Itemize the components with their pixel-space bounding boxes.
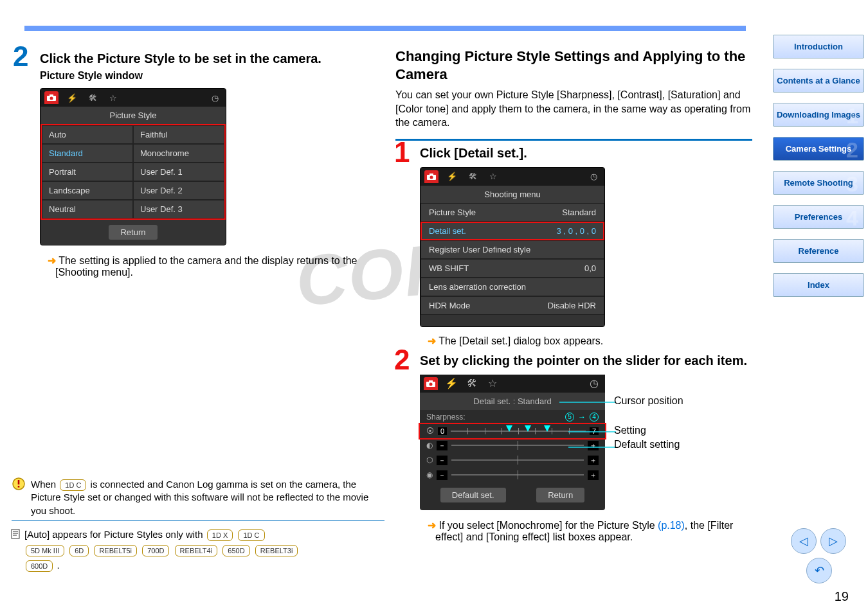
camera-tab-icon[interactable]: [44, 91, 59, 104]
clock-tab-icon[interactable]: ◷: [208, 91, 222, 104]
svg-marker-17: [525, 425, 531, 432]
chip-1dc: 1D C: [238, 529, 264, 541]
window-tabs-2: ⚡ 🛠 ☆ ◷: [420, 168, 604, 186]
right-arrow-note-2: ➜ If you select [Monochrome] for the Pic…: [428, 519, 752, 543]
callout-labels: Cursor position Setting Default setting: [614, 395, 683, 468]
svg-rect-4: [18, 480, 20, 484]
sharp-cursor-marker: 5: [565, 413, 574, 422]
menu-hdr[interactable]: HDR ModeDisable HDR: [420, 296, 604, 315]
picture-style-window: ⚡ 🛠 ☆ ◷ Picture Style Auto Faithful Stan…: [40, 88, 226, 245]
tone-lo: －: [437, 470, 448, 480]
chip-rebelt5i: REBELT5i: [94, 545, 137, 556]
ps-standard[interactable]: Standard: [42, 144, 133, 163]
shooting-menu-title: Shooting menu: [420, 186, 604, 203]
menu-ps-label: Picture Style: [429, 208, 476, 217]
sidebar-ghost-num: 1: [846, 103, 858, 129]
menu-wb-shift[interactable]: WB SHIFT0,0: [420, 259, 604, 278]
sidebar-introduction[interactable]: Introduction: [773, 35, 864, 58]
ps-userdef1[interactable]: User Def. 1: [133, 163, 224, 181]
svg-rect-5: [18, 486, 20, 488]
menu-hdr-value: Disable HDR: [548, 301, 596, 310]
ps-auto[interactable]: Auto: [42, 125, 133, 144]
prev-page-button[interactable]: ◁: [791, 528, 817, 554]
ps-neutral[interactable]: Neutral: [42, 200, 133, 218]
sidebar-index[interactable]: Index: [773, 273, 864, 297]
sharpness-track[interactable]: [451, 431, 586, 432]
sharp-hi: 7: [590, 427, 599, 435]
sidebar-ghost-num: 2: [846, 138, 858, 163]
step-2-number-right: 2: [394, 348, 410, 371]
colortone-slider[interactable]: ◉ － ＋: [420, 468, 605, 483]
step-1-heading: Click [Detail set.].: [420, 146, 752, 161]
ps-userdef2[interactable]: User Def. 2: [133, 181, 224, 200]
ps-portrait[interactable]: Portrait: [42, 163, 133, 181]
arrow-small-icon: →: [578, 413, 586, 422]
camera-tab-icon-2[interactable]: [424, 170, 439, 183]
menu-detail-set[interactable]: Detail set.3 , 0 , 0 , 0: [420, 222, 604, 240]
chip-700d: 700D: [142, 545, 169, 556]
menu-ps-value: Standard: [562, 208, 596, 217]
ps-userdef3[interactable]: User Def. 3: [133, 200, 224, 218]
warning-pre: When: [31, 479, 59, 490]
menu-lens-aberration[interactable]: Lens aberration correction: [420, 278, 604, 296]
callout-default: Default setting: [614, 439, 683, 450]
sharpness-slider[interactable]: ⦿ 0 7: [420, 424, 605, 438]
ps-faithful[interactable]: Faithful: [133, 125, 224, 144]
detail-set-window: ⚡ 🛠 ☆ ◷ Detail set. : Standard Sharpness…: [420, 375, 605, 510]
step-2-heading: Click the Picture Style to be set in the…: [40, 48, 386, 66]
tools-tab-icon[interactable]: 🛠: [86, 91, 100, 104]
sharpness-icon: ⦿: [426, 427, 434, 436]
sidebar-item-label: Reference: [799, 246, 839, 256]
menu-register-user[interactable]: Register User Defined style: [420, 240, 604, 259]
default-set-button[interactable]: Default set.: [440, 488, 506, 502]
camera-tab-icon-3[interactable]: [424, 377, 438, 390]
warning-note: When 1D C is connected and Canon Log gam…: [31, 478, 378, 517]
ps-monochrome[interactable]: Monochrome: [133, 144, 224, 163]
sidebar-contents[interactable]: Contents at a Glance: [773, 69, 864, 93]
contrast-slider[interactable]: ◐ － ＋: [420, 438, 605, 453]
page-link-18[interactable]: (p.18): [658, 520, 685, 531]
tools-tab-icon-3[interactable]: 🛠: [465, 377, 479, 390]
back-icon: ↶: [806, 558, 832, 583]
nav-back-button[interactable]: ↶: [806, 558, 832, 583]
callout-cursor: Cursor position: [614, 395, 683, 407]
svg-rect-11: [429, 173, 433, 175]
chip-rebelt3i: REBELT3i: [255, 545, 298, 556]
saturation-slider[interactable]: ⬡ － ＋: [420, 453, 605, 468]
sidebar-camera-settings[interactable]: Camera Settings2: [773, 137, 864, 161]
colortone-track[interactable]: [451, 474, 584, 475]
sharp-lo: 0: [438, 427, 447, 435]
saturation-track[interactable]: [451, 459, 584, 461]
star-tab-icon-3[interactable]: ☆: [485, 377, 500, 390]
star-tab-icon-2[interactable]: ☆: [486, 170, 500, 183]
sidebar-downloading[interactable]: Downloading Images1: [773, 103, 864, 127]
flash-tab-icon[interactable]: ⚡: [65, 91, 79, 104]
return-button[interactable]: Return: [109, 225, 157, 240]
svg-rect-6: [12, 529, 19, 538]
sidebar-remote-shooting[interactable]: Remote Shooting3: [773, 171, 864, 195]
window-tabs: ⚡ 🛠 ☆ ◷: [41, 89, 226, 107]
page-number: 19: [835, 589, 849, 604]
tools-tab-icon-2[interactable]: 🛠: [466, 170, 480, 183]
saturation-icon: ⬡: [426, 456, 433, 465]
detail-set-title: Detail set. : Standard: [420, 393, 605, 410]
star-tab-icon[interactable]: ☆: [106, 91, 120, 104]
sidebar-preferences[interactable]: Preferences4: [773, 205, 864, 229]
flash-tab-icon-2[interactable]: ⚡: [445, 170, 459, 183]
contrast-track[interactable]: [451, 445, 584, 446]
svg-point-15: [429, 382, 433, 386]
flash-tab-icon-3[interactable]: ⚡: [444, 377, 458, 390]
clock-tab-icon-2[interactable]: ◷: [586, 170, 601, 183]
return-button-2[interactable]: Return: [536, 488, 584, 502]
thin-blue-rule: [12, 520, 384, 521]
clock-tab-icon-3[interactable]: ◷: [587, 377, 601, 390]
next-page-button[interactable]: ▷: [820, 528, 846, 554]
arrow-icon-2: ➜: [428, 335, 436, 346]
left-column: Click the Picture Style to be set in the…: [13, 48, 386, 278]
menu-picture-style[interactable]: Picture StyleStandard: [420, 203, 604, 222]
sat-lo: －: [437, 456, 448, 465]
right-arrow-note-1: ➜ The [Detail set.] dialog box appears.: [428, 335, 752, 347]
sidebar-reference[interactable]: Reference: [773, 239, 864, 263]
window-tabs-3: ⚡ 🛠 ☆ ◷: [420, 375, 605, 393]
ps-landscape[interactable]: Landscape: [42, 181, 133, 200]
